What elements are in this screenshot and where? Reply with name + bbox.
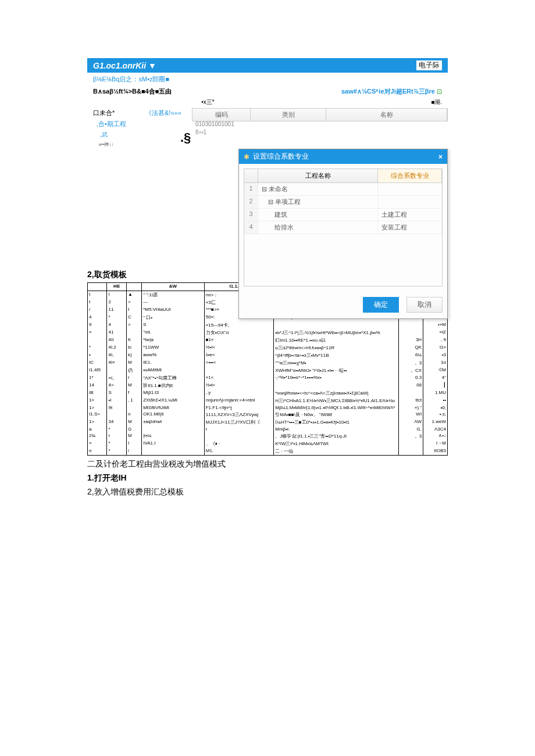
table-cell: •0; xyxy=(423,404,448,411)
table-cell: *ιxwιβfταwι•<<tc^<ca•Λ<三zβσawι•X•ΣβCaW| xyxy=(274,389,399,397)
table-cell: r xyxy=(204,426,273,432)
dialog-row-system[interactable]: 土建工程 xyxy=(378,209,442,221)
section-2-text: 2,取货模板 xyxy=(87,270,127,279)
dialog-titlebar: ✱ 设置综合系数专业 × xyxy=(239,149,447,164)
dialog-row[interactable]: 3 建筑土建工程 xyxy=(244,209,443,221)
dialog-rows: 1⊟ 未命名2 ⊟ 单项工程3 建筑土建工程4 给排水安装工程 xyxy=(244,183,443,234)
table-cell: 08 xyxy=(399,382,423,389)
table-header-cell xyxy=(126,283,141,291)
table-header-cell: HE xyxy=(107,283,126,291)
table-cell xyxy=(204,367,273,374)
table-cell: 1« xyxy=(88,397,107,404)
table-cell: * xyxy=(107,447,126,456)
table-cell: ■1« xyxy=(204,336,273,344)
tree-item-3[interactable]: κ━神↓↓ xyxy=(93,140,448,149)
table-cell: 4I, xyxy=(107,352,126,359)
table-cell: S xyxy=(142,321,205,329)
table-cell: t xyxy=(126,306,141,314)
table-row: 4IIK*tw|a■1«幻Im1.10••RE*1.••xo.x以3H, 9 xyxy=(88,336,448,344)
table-row: I1.4I5仍•uAMitMiXWHfM"α••MWJ• "i^0•J1.•I•… xyxy=(88,367,448,374)
table-cell: , 1 xyxy=(126,397,141,404)
table-cell: Λ3C4 xyxy=(423,426,448,432)
table-cell: "ΛX"*•^勾腐工蜂 xyxy=(142,374,205,382)
table-cell: 11 xyxy=(107,306,126,314)
ok-button[interactable]: 确定 xyxy=(363,297,399,313)
table-cell: λ•e< xyxy=(204,352,273,359)
table-cell: M xyxy=(126,432,141,440)
table-cell: •t•*J三^1.i*|三-½1|f•⅛•Ht*W6••<β>MUβm•*X1.… xyxy=(274,329,399,336)
table-cell: ⟨¼HT^•••三■工0*•±•1.G•w•Kf|i•10•t1 xyxy=(274,418,399,426)
table-cell: I xyxy=(107,291,126,299)
table-cell: •.s; xyxy=(423,411,448,418)
table-cell: •I xyxy=(107,397,126,404)
grid-row-2[interactable]: 8∾1 xyxy=(192,128,448,137)
dialog-row-name: 建筑 xyxy=(258,209,378,221)
table-cell: tc xyxy=(126,344,141,352)
table-cell: 1> xyxy=(88,404,107,411)
under-p1: 二及计价老工程由营业税改为增值模式 xyxy=(87,459,448,470)
toolbar-left: B∧saβ½ft¾>B&■4合■五由 xyxy=(93,87,172,96)
breadcrumb-text: β⅛E⅛Bq启之：sM•z部圈■ xyxy=(93,76,169,83)
table-cell: ½•I< xyxy=(204,344,273,352)
dialog-row-system[interactable] xyxy=(378,196,442,208)
sub-right: ■湖. xyxy=(431,98,442,106)
table-cell: 2¾ xyxy=(88,432,107,440)
table-cell: / xyxy=(126,447,141,456)
table-row: a*GrMmβ•r.I1.Λ3C4 xyxy=(88,426,448,432)
grid-row-1[interactable]: 010301001001 xyxy=(192,120,448,128)
table-row: 144>M班It1.1.■供内E½•t<08┃ xyxy=(88,382,448,389)
table-cell: MJJX1J<11三J?XV口利《 xyxy=(204,418,273,426)
table-cell: M xyxy=(126,382,141,389)
table-row: 1>9tMtSftIVfUiMIF1.F1.<9jrr^jMβ¼1.M•Miδh… xyxy=(88,404,448,411)
table-cell: 班It1.1.■供内E xyxy=(142,382,205,389)
table-cell: * xyxy=(107,440,126,447)
table-cell: a xyxy=(88,426,107,432)
table-cell: t xyxy=(88,299,107,306)
dialog-grid-header: 工程名称 综合系数专业 xyxy=(244,169,443,183)
table-header-cell: &W xyxy=(142,283,205,291)
app-area: ,合•期工程 ,武 κ━神↓↓ .§ 编码 类别 名称 010301001001… xyxy=(87,119,448,265)
table-row: n*/M1.二 · 一仙ItOB3 xyxy=(88,447,448,456)
table-row: 1>34M±aιβdnwtMJJX1J<11三J?XV口利《⟨¼HT^•••三■… xyxy=(88,418,448,426)
table-cell xyxy=(204,432,273,440)
table-cell: 4II xyxy=(107,336,126,344)
table-cell: ·ˌ^%•*10••s*÷*1••••%x• xyxy=(274,374,399,382)
table-cell: > xyxy=(126,321,141,329)
table-cell xyxy=(107,367,126,374)
table-row: 2¾rM|r•¼、J修学:缸(t1.1.•三三"害••D*11q-JI。3∧•↓ xyxy=(88,432,448,440)
table-cell: 0.3 xyxy=(399,374,423,382)
tab-1[interactable]: 口未合* xyxy=(93,109,145,117)
table-cell: I1.S> xyxy=(88,411,107,418)
table-cell: IE1. xyxy=(142,359,205,367)
table-cell: 14 xyxy=(88,382,107,389)
app-banner: G1.oc1.onrKii ▼ 电子际 xyxy=(87,58,448,73)
dialog-row-system[interactable] xyxy=(378,183,442,195)
table-cell: 4I.2 xyxy=(107,344,126,352)
table-cell xyxy=(399,329,423,336)
dialog-row[interactable]: 1⊟ 未命名 xyxy=(244,183,443,196)
table-cell: ∧•↓ xyxy=(423,432,448,440)
dialog-footer: 确定 取消 xyxy=(239,291,447,318)
table-cell: ▲ xyxy=(126,291,141,299)
table-cell: F1.F1.<9jrr^j xyxy=(204,404,273,411)
table-cell: G xyxy=(126,426,141,432)
table-cell: " 口• xyxy=(142,314,205,321)
cancel-button[interactable]: 取消 xyxy=(406,297,443,313)
close-icon[interactable]: × xyxy=(438,153,443,161)
table-cell: •3 xyxy=(423,352,448,359)
toolbar-line: B∧saβ½ft¾>B&■4合■五由 saw#∧⅛CSˣie对Ji超ERt⅞三β… xyxy=(87,86,448,97)
table-cell: 、J修学:缸(t1.1.•三三"害••D*11q-JI xyxy=(274,432,399,440)
dialog-row-system[interactable]: 安装工程 xyxy=(378,221,442,234)
table-cell: I1. xyxy=(399,426,423,432)
table-cell: 3H xyxy=(399,336,423,344)
table-cell: , 9 xyxy=(423,336,448,344)
table-cell: » xyxy=(88,440,107,447)
table-cell: |r•¼ xyxy=(142,432,205,440)
table-row: IBSfMIβ1.t3, y*ιxwιβfταwι•<<tc^<ca•Λ<三zβ… xyxy=(88,389,448,397)
table-cell: * xyxy=(88,344,107,352)
dialog-row-index: 3 xyxy=(244,209,258,221)
table-cell: »1< xyxy=(204,374,273,382)
dialog-row[interactable]: 4 给排水安装工程 xyxy=(244,221,443,234)
dialog-row[interactable]: 2 ⊟ 单项工程 xyxy=(244,196,443,209)
table-cell: 34 xyxy=(107,418,126,426)
